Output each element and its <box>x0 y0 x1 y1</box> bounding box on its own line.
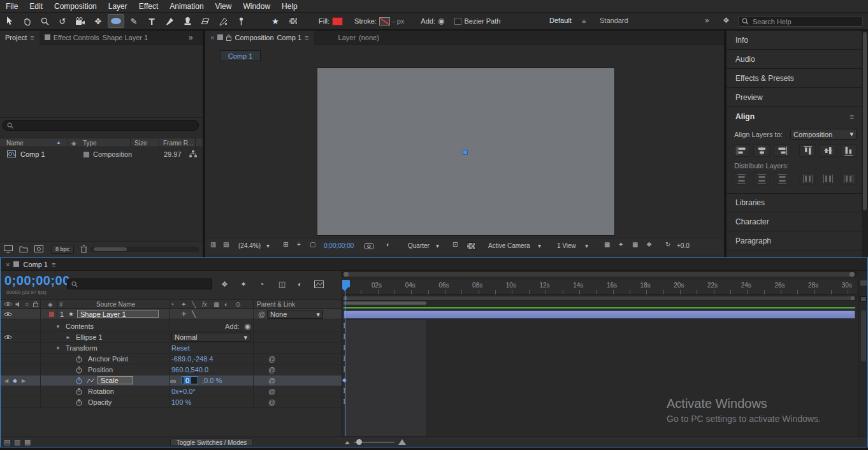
toggle-switches-pane-icon[interactable]: ▦ <box>24 439 31 446</box>
magnification-chevron-icon[interactable]: ▾ <box>266 242 270 249</box>
menu-view[interactable]: View <box>210 2 238 11</box>
current-time-indicator-line[interactable] <box>345 280 345 436</box>
resolution-chevron-icon[interactable]: ▾ <box>436 242 439 249</box>
tab-project[interactable]: Project ≡ <box>0 31 40 45</box>
viewer-panel-menu-icon[interactable]: ≡ <box>305 34 308 41</box>
position-value[interactable]: 960.0,540.0 <box>171 366 208 374</box>
selection-tool[interactable] <box>1 14 17 28</box>
stroke-label[interactable]: Stroke: <box>354 17 377 25</box>
magnification-value[interactable]: (24.4%) <box>238 242 261 249</box>
eraser-tool[interactable] <box>197 14 213 28</box>
interpret-footage-icon[interactable] <box>4 245 13 253</box>
column-framerate[interactable]: Frame R... <box>163 140 193 147</box>
viewer-timecode[interactable]: 0;00;00;00 <box>324 242 354 249</box>
panel-tab-info[interactable]: Info <box>727 31 862 50</box>
blend-mode-dropdown[interactable]: Normal ▾ <box>171 333 250 342</box>
ellipse-visibility-eye-icon[interactable] <box>4 335 12 340</box>
sidebar-scrollbar[interactable] <box>862 31 868 258</box>
help-search-box[interactable] <box>738 16 863 27</box>
tab-composition[interactable]: × Composition Comp 1 ≡ <box>205 31 314 45</box>
project-search-input[interactable] <box>17 120 194 131</box>
panel-tab-effects-presets[interactable]: Effects & Presets <box>727 69 862 88</box>
always-preview-icon[interactable]: ▥ <box>210 242 216 248</box>
rotation-value[interactable]: 0x+0.0° <box>171 388 196 395</box>
trash-icon[interactable] <box>80 245 87 253</box>
property-label-position[interactable]: Position <box>88 366 113 374</box>
parent-pickwhip-icon[interactable]: @ <box>258 311 265 318</box>
view-layout-chevron-icon[interactable]: ▾ <box>585 242 588 249</box>
ellipse-shape-tool[interactable] <box>108 14 124 28</box>
scale-label-box[interactable]: Scale <box>98 376 133 384</box>
tab-layer[interactable]: Layer (none) <box>333 34 384 41</box>
toggle-inout-pane-icon[interactable]: ▤ <box>4 439 10 446</box>
time-navigator-track[interactable] <box>342 272 857 277</box>
timeline-panel-menu-icon[interactable]: ≡ <box>52 261 55 268</box>
item-name[interactable]: Comp 1 <box>20 150 45 158</box>
project-tabs-overflow-chevrons[interactable]: » <box>189 33 193 42</box>
comp-breadcrumb[interactable]: Comp 1 <box>220 50 261 61</box>
layer-quality-switch[interactable]: ╲ <box>192 310 196 317</box>
align-left-button[interactable] <box>733 144 749 157</box>
brush-tool[interactable] <box>161 14 178 28</box>
toolbar-overflow-chevrons[interactable]: » <box>705 16 709 25</box>
frame-blending-icon[interactable]: ◫ <box>278 280 286 288</box>
crosshair-icon[interactable]: + <box>297 242 301 248</box>
layer-collapse-switch[interactable]: ✛ <box>181 310 186 317</box>
comp-marker-bin[interactable] <box>860 280 867 286</box>
keyframe-nav-next-icon[interactable]: ▶ <box>22 378 25 384</box>
scale-link-icon[interactable]: ∞ <box>170 376 176 386</box>
zoom-in-mountain-icon[interactable] <box>398 439 406 445</box>
anchor-stopwatch-icon[interactable] <box>76 356 82 363</box>
workspace-standard[interactable]: Standard <box>600 17 628 24</box>
panel-tab-align[interactable]: Align ≡ <box>727 107 862 126</box>
timeline-button-icon[interactable]: ▦ <box>632 242 638 248</box>
fill-label[interactable]: Fill: <box>319 17 329 25</box>
panel-tab-libraries[interactable]: Libraries <box>727 193 862 212</box>
puppet-pin-tool[interactable] <box>233 14 249 28</box>
roto-brush-tool[interactable] <box>215 14 231 28</box>
property-label-transform[interactable]: Transform <box>66 344 98 352</box>
timeline-zoom-thumb[interactable] <box>356 439 362 445</box>
bezier-path-label[interactable]: Bezier Path <box>464 17 500 25</box>
align-vertical-center-button[interactable] <box>820 144 836 157</box>
project-hscroll-thumb[interactable] <box>94 247 127 251</box>
camera-tool[interactable] <box>72 14 89 28</box>
timeline-vscroll-thumb[interactable] <box>861 310 866 361</box>
work-area-bar[interactable] <box>344 296 855 300</box>
lock-icon[interactable] <box>226 34 231 41</box>
work-area-end-handle[interactable] <box>851 296 855 300</box>
pixel-aspect-icon[interactable]: ▦ <box>604 242 610 248</box>
timeline-search-box[interactable] <box>67 279 212 289</box>
project-search-box[interactable] <box>3 120 199 131</box>
menu-window[interactable]: Window <box>237 2 276 11</box>
distribute-vertical-center-button[interactable] <box>753 172 770 185</box>
opacity-value[interactable]: 100 % <box>171 398 191 406</box>
add-shape-menu-button[interactable]: ◉ <box>438 17 444 25</box>
hide-shy-layers-icon[interactable]: ◔ <box>259 280 264 288</box>
source-name-column[interactable]: Source Name <box>96 301 135 308</box>
transparency-grid-button[interactable] <box>285 14 301 28</box>
keyframe-nav-prev-icon[interactable]: ◀ <box>4 378 8 384</box>
show-channel-icon[interactable]: ◐ <box>386 242 390 248</box>
draft-3d-icon[interactable]: ✦ <box>240 280 247 288</box>
distribute-left-button[interactable] <box>799 172 816 185</box>
twirl-ellipse-icon[interactable]: ► <box>66 335 71 340</box>
layer-visibility-eye-icon[interactable] <box>4 312 12 317</box>
timeline-search-input[interactable] <box>81 279 208 289</box>
time-navigator-start-handle[interactable] <box>344 272 349 277</box>
new-composition-icon[interactable] <box>34 245 43 252</box>
current-time-indicator-handle[interactable] <box>342 280 350 287</box>
toggle-switches-modes-button[interactable]: Toggle Switches / Modes <box>170 439 253 446</box>
tab-effect-controls[interactable]: Effect Controls Shape Layer 1 <box>40 34 154 41</box>
scale-stopwatch-icon[interactable] <box>76 377 82 384</box>
align-layers-dropdown[interactable]: Composition ▾ <box>790 129 857 140</box>
workspace-menu-icon[interactable]: ≡ <box>582 17 586 25</box>
camera-view-value[interactable]: Active Camera <box>488 242 530 249</box>
menu-layer[interactable]: Layer <box>103 2 133 11</box>
region-of-interest-icon[interactable]: ⊡ <box>452 242 458 248</box>
snapshot-camera-icon[interactable] <box>365 243 373 249</box>
panel-menu-icon[interactable]: ≡ <box>30 34 34 41</box>
menu-file[interactable]: File <box>0 2 24 11</box>
reset-exposure-icon[interactable]: ↻ <box>665 242 670 248</box>
menu-help[interactable]: Help <box>276 2 303 11</box>
